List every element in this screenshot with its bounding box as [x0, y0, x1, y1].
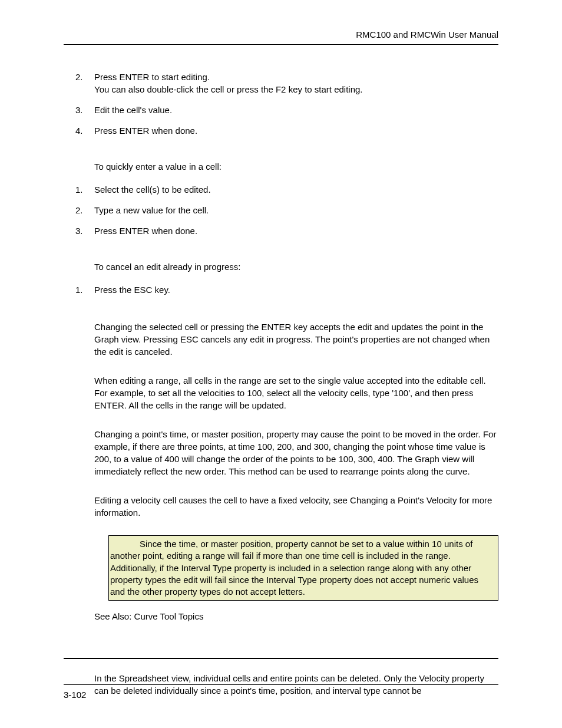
document-page: RMC100 and RMCWin User Manual 2. Press E…	[0, 0, 562, 728]
list-text: Press ENTER when done.	[94, 124, 498, 137]
list-item: 1. Select the cell(s) to be edited.	[75, 183, 498, 196]
list-text: Press the ESC key.	[94, 284, 498, 296]
list-number: 2.	[75, 71, 94, 83]
body-paragraph: When editing a range, all cells in the r…	[94, 374, 498, 411]
see-also: See Also: Curve Tool Topics	[94, 610, 498, 622]
list-number: 1.	[75, 284, 94, 296]
list-number: 4.	[75, 124, 94, 137]
section-intro: To quickly enter a value in a cell:	[94, 160, 498, 173]
page-number: 3-102	[64, 690, 86, 700]
ordered-list-3: 1. Press the ESC key.	[75, 284, 498, 296]
ordered-list-1: 2. Press ENTER to start editing. You can…	[75, 71, 498, 137]
list-item: 3. Press ENTER when done.	[75, 225, 498, 237]
list-item: 4. Press ENTER when done.	[75, 124, 498, 137]
list-text: Press ENTER when done.	[94, 225, 498, 237]
list-number: 1.	[75, 183, 94, 196]
page-footer: 3-102	[64, 684, 498, 701]
list-number: 3.	[75, 225, 94, 237]
note-text: Since the time, or master position, prop…	[110, 538, 495, 598]
list-item: 2. Type a new value for the cell.	[75, 204, 498, 216]
list-item: 2. Press ENTER to start editing. You can…	[75, 71, 498, 95]
manual-title: RMC100 and RMCWin User Manual	[356, 29, 498, 39]
list-number: 3.	[75, 104, 94, 116]
list-text: Press ENTER to start editing. You can al…	[94, 71, 498, 95]
body-paragraph: Changing a point's time, or master posit…	[94, 428, 498, 477]
list-item: 3. Edit the cell's value.	[75, 104, 498, 116]
section-intro: To cancel an edit already in progress:	[94, 261, 498, 273]
list-item: 1. Press the ESC key.	[75, 284, 498, 296]
list-text: Select the cell(s) to be edited.	[94, 183, 498, 196]
body-paragraph: Editing a velocity cell causes the cell …	[94, 494, 498, 519]
page-header: RMC100 and RMCWin User Manual	[64, 28, 498, 45]
list-text: Type a new value for the cell.	[94, 204, 498, 216]
section-divider	[64, 658, 498, 659]
note-box: Since the time, or master position, prop…	[108, 535, 498, 601]
list-text: Edit the cell's value.	[94, 104, 498, 116]
body-paragraph: Changing the selected cell or pressing t…	[94, 321, 498, 358]
ordered-list-2: 1. Select the cell(s) to be edited. 2. T…	[75, 183, 498, 237]
list-number: 2.	[75, 204, 94, 216]
